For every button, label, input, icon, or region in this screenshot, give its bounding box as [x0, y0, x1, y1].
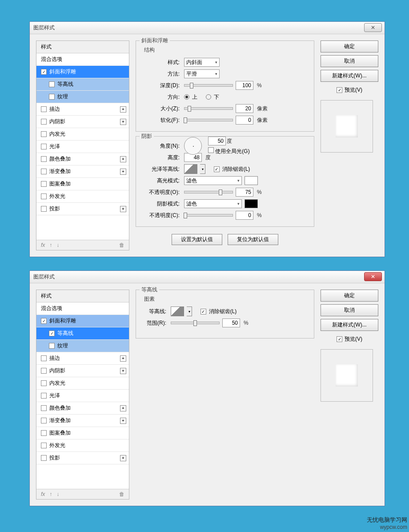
trash-icon[interactable]: 🗑: [119, 491, 124, 497]
add-icon[interactable]: +: [120, 156, 126, 162]
shadow-mode-combo[interactable]: 滤色▾: [184, 199, 242, 208]
style-row-gradient-overlay[interactable]: 渐变叠加+: [36, 165, 129, 178]
size-slider[interactable]: [184, 107, 233, 110]
add-icon[interactable]: +: [120, 405, 126, 411]
cancel-button[interactable]: 取消: [321, 55, 378, 67]
style-row-pattern-overlay[interactable]: 图案叠加: [36, 427, 129, 439]
checkbox[interactable]: [49, 94, 55, 100]
style-row-inner-shadow[interactable]: 内阴影+: [36, 116, 129, 128]
close-button[interactable]: ✕: [364, 23, 382, 32]
style-row-outer-glow[interactable]: 外发光: [36, 190, 129, 203]
antialias-checkbox[interactable]: ✓: [200, 309, 206, 314]
style-row-satin[interactable]: 光泽: [36, 141, 129, 153]
style-row-stroke[interactable]: 描边+: [36, 352, 129, 365]
checkbox[interactable]: [41, 193, 47, 199]
add-icon[interactable]: +: [120, 368, 126, 374]
new-style-button[interactable]: 新建样式(W)...: [321, 70, 378, 82]
checkbox[interactable]: [41, 418, 47, 423]
checkbox[interactable]: [41, 405, 47, 411]
checkbox[interactable]: [41, 131, 47, 137]
style-row-inner-glow[interactable]: 内发光: [36, 128, 129, 141]
checkbox[interactable]: [49, 343, 55, 349]
style-row-contour[interactable]: 等高线: [36, 78, 129, 91]
trash-icon[interactable]: 🗑: [119, 242, 124, 248]
highlight-opacity-slider[interactable]: [184, 191, 233, 193]
depth-slider[interactable]: [184, 84, 233, 87]
style-row-pattern-overlay[interactable]: 图案叠加: [36, 178, 129, 190]
depth-input[interactable]: 100: [236, 81, 253, 90]
style-row-bevel[interactable]: ✓斜面和浮雕: [36, 66, 129, 78]
checkbox[interactable]: [41, 119, 47, 125]
down-arrow-icon[interactable]: ↓: [56, 242, 59, 248]
direction-up-radio[interactable]: [184, 94, 189, 100]
checkbox[interactable]: ✓: [49, 330, 55, 336]
add-icon[interactable]: +: [120, 106, 126, 113]
contour-drop-icon[interactable]: ▾: [187, 306, 192, 316]
checkbox[interactable]: [41, 443, 47, 448]
style-row-texture[interactable]: 纹理: [36, 91, 129, 103]
technique-combo[interactable]: 平滑▾: [184, 69, 220, 78]
shadow-color-swatch[interactable]: [245, 199, 258, 208]
cancel-button[interactable]: 取消: [321, 304, 378, 316]
style-row-drop-shadow[interactable]: 投影+: [36, 452, 129, 464]
checkbox[interactable]: [41, 156, 47, 162]
shadow-opacity-slider[interactable]: [184, 214, 233, 217]
style-row-texture[interactable]: 纹理: [36, 340, 129, 352]
checkbox[interactable]: ✓: [41, 69, 47, 75]
checkbox[interactable]: [41, 206, 47, 212]
blend-options-row[interactable]: 混合选项: [36, 53, 129, 66]
style-row-color-overlay[interactable]: 颜色叠加+: [36, 153, 129, 165]
soften-slider[interactable]: [184, 119, 233, 121]
size-input[interactable]: 20: [236, 104, 253, 113]
add-icon[interactable]: +: [120, 119, 126, 125]
checkbox[interactable]: [41, 455, 47, 461]
add-icon[interactable]: +: [120, 455, 126, 461]
highlight-color-swatch[interactable]: [245, 176, 258, 185]
checkbox[interactable]: [41, 144, 47, 149]
preview-checkbox[interactable]: ✓: [337, 87, 342, 93]
up-arrow-icon[interactable]: ↑: [49, 491, 52, 497]
range-input[interactable]: 50: [222, 318, 240, 327]
down-arrow-icon[interactable]: ↓: [56, 491, 59, 497]
up-arrow-icon[interactable]: ↑: [49, 242, 52, 248]
style-row-satin[interactable]: 光泽: [36, 390, 129, 402]
soften-input[interactable]: 0: [236, 116, 253, 125]
direction-down-radio[interactable]: [206, 94, 211, 100]
style-row-stroke[interactable]: 描边+: [36, 103, 129, 116]
style-row-bevel[interactable]: ✓斜面和浮雕: [36, 315, 129, 327]
highlight-mode-combo[interactable]: 滤色▾: [184, 176, 242, 185]
checkbox[interactable]: [41, 393, 47, 399]
checkbox[interactable]: [41, 430, 47, 436]
add-icon[interactable]: +: [120, 418, 126, 424]
add-icon[interactable]: +: [120, 169, 126, 175]
style-row-inner-glow[interactable]: 内发光: [36, 377, 129, 390]
antialias-checkbox[interactable]: ✓: [214, 166, 220, 172]
ok-button[interactable]: 确定: [321, 40, 378, 52]
angle-wheel[interactable]: [184, 137, 202, 155]
shadow-opacity-input[interactable]: 0: [236, 211, 253, 220]
titlebar[interactable]: 图层样式 ✕: [30, 271, 385, 283]
titlebar[interactable]: 图层样式 ✕: [30, 22, 385, 34]
fx-icon[interactable]: fx: [41, 242, 45, 248]
blend-options-row[interactable]: 混合选项: [36, 302, 129, 315]
contour-picker[interactable]: [171, 306, 184, 316]
style-combo[interactable]: 内斜面▾: [184, 58, 220, 67]
fx-icon[interactable]: fx: [41, 491, 45, 497]
style-row-gradient-overlay[interactable]: 渐变叠加+: [36, 415, 129, 427]
style-row-drop-shadow[interactable]: 投影+: [36, 203, 129, 215]
checkbox[interactable]: [41, 368, 47, 374]
gloss-contour-picker[interactable]: [184, 164, 197, 174]
range-slider[interactable]: [171, 322, 220, 324]
add-icon[interactable]: +: [120, 355, 126, 362]
preview-checkbox[interactable]: ✓: [337, 336, 342, 342]
checkbox[interactable]: [41, 181, 47, 187]
checkbox[interactable]: [41, 355, 47, 361]
style-row-outer-glow[interactable]: 外发光: [36, 439, 129, 452]
new-style-button[interactable]: 新建样式(W)...: [321, 319, 378, 331]
style-row-contour[interactable]: ✓等高线: [36, 327, 129, 340]
checkbox[interactable]: [49, 81, 55, 87]
global-light-checkbox[interactable]: [208, 147, 214, 153]
contour-drop-icon[interactable]: ▾: [200, 164, 205, 174]
angle-input[interactable]: 50: [208, 137, 226, 145]
checkbox[interactable]: ✓: [41, 318, 47, 324]
